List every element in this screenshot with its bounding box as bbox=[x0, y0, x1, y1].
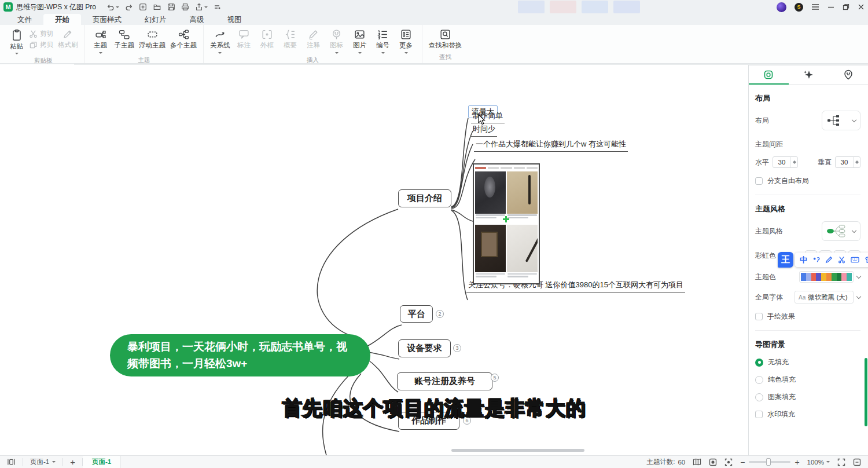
menu-home[interactable]: 开始 bbox=[43, 14, 81, 25]
font-aa-icon: Aa bbox=[799, 294, 806, 301]
branch-intro[interactable]: 项目介绍 bbox=[398, 189, 451, 207]
branch-platform-badge[interactable]: 2 bbox=[436, 310, 444, 318]
image-topic-feed-screenshot[interactable] bbox=[473, 163, 540, 284]
active-page-tab[interactable]: 页面-1 bbox=[83, 456, 121, 468]
topic-button[interactable]: 主题 bbox=[89, 27, 112, 56]
bg-watermark-checkbox-row[interactable]: 水印填充 bbox=[755, 409, 860, 419]
new-page-button[interactable] bbox=[139, 3, 147, 11]
paste-button[interactable]: 粘贴 bbox=[6, 27, 27, 56]
menu-page-style[interactable]: 页面样式 bbox=[81, 14, 133, 25]
copy-button[interactable]: 拷贝 bbox=[29, 41, 53, 49]
numbering-button[interactable]: 编号 bbox=[372, 27, 395, 56]
floating-topic-button[interactable]: 浮动主题 bbox=[137, 27, 168, 50]
sidebar-tab-ai[interactable] bbox=[789, 65, 829, 84]
zoom-level-dropdown[interactable]: 100% bbox=[807, 459, 830, 466]
zoom-in-button[interactable]: + bbox=[795, 458, 799, 467]
open-button[interactable] bbox=[153, 3, 161, 11]
picture-button[interactable]: 图片 bbox=[348, 27, 372, 56]
free-layout-checkbox[interactable] bbox=[755, 177, 763, 185]
close-button[interactable] bbox=[858, 3, 865, 10]
subtopic-time[interactable]: 时间少 bbox=[471, 124, 497, 137]
find-replace-button[interactable]: 查找和替换 bbox=[426, 27, 465, 50]
summary-button[interactable]: 概要 bbox=[279, 27, 302, 50]
save-button[interactable] bbox=[167, 3, 175, 11]
global-font-dropdown[interactable]: Aa 微软雅黑 (大) bbox=[795, 291, 854, 304]
minimize-icon bbox=[827, 3, 834, 10]
subtopic-hit[interactable]: 一个作品大爆都能让你赚到几个w 有这可能性 bbox=[474, 139, 628, 152]
share-button[interactable] bbox=[195, 3, 208, 11]
bg-none-radio[interactable] bbox=[755, 359, 763, 367]
icon-button[interactable]: 图标 bbox=[325, 27, 348, 56]
feed-post-thumbnail bbox=[475, 171, 506, 224]
branch-platform[interactable]: 平台 bbox=[400, 305, 433, 323]
zoom-slider-thumb[interactable] bbox=[766, 458, 771, 466]
vertical-spacing-stepper[interactable]: 30 bbox=[835, 156, 860, 168]
vip-badge-icon[interactable]: S bbox=[795, 3, 803, 12]
print-button[interactable] bbox=[181, 3, 189, 11]
undo-button[interactable] bbox=[106, 3, 119, 11]
app-menu-button[interactable] bbox=[811, 3, 819, 10]
sidebar-scrollbar[interactable] bbox=[865, 358, 867, 426]
bg-watermark-checkbox[interactable] bbox=[755, 411, 763, 418]
layout-dropdown[interactable] bbox=[822, 111, 860, 130]
zoom-slider[interactable]: − + bbox=[740, 458, 799, 467]
callout-icon bbox=[238, 28, 250, 41]
hand-drawn-checkbox[interactable] bbox=[755, 313, 763, 320]
branch-account-badge[interactable]: 5 bbox=[491, 374, 499, 382]
callout-button[interactable]: 标注 bbox=[233, 27, 256, 50]
menu-view[interactable]: 视图 bbox=[216, 14, 253, 25]
bg-solid-radio[interactable] bbox=[755, 376, 763, 384]
ime-mode-chinese[interactable]: 中 bbox=[800, 255, 807, 265]
bg-none-radio-row[interactable]: 无填充 bbox=[755, 357, 860, 367]
menu-file[interactable]: 文件 bbox=[6, 14, 43, 25]
redo-button[interactable] bbox=[125, 3, 133, 11]
customize-qat-button[interactable] bbox=[214, 3, 220, 10]
bg-pattern-radio-row[interactable]: 图案填充 bbox=[755, 392, 860, 402]
central-topic[interactable]: 暴利项目，一天花俩小时，玩励志书单号，视频带图书，一月轻松3w+ bbox=[110, 334, 370, 376]
fullscreen-icon[interactable] bbox=[837, 458, 845, 466]
theme-style-dropdown[interactable] bbox=[822, 221, 860, 241]
ime-toolbar[interactable]: 王 中 bbox=[778, 252, 868, 268]
collapse-statusbar-icon[interactable] bbox=[853, 458, 861, 466]
fit-selection-icon[interactable] bbox=[724, 458, 733, 466]
more-button[interactable]: 更多 bbox=[395, 27, 418, 56]
bg-pattern-radio[interactable] bbox=[755, 393, 763, 401]
branch-device-badge[interactable]: 3 bbox=[453, 344, 461, 352]
add-page-button[interactable]: + bbox=[63, 456, 82, 468]
branch-account[interactable]: 账号注册及养号 bbox=[397, 372, 492, 390]
picture-icon bbox=[354, 28, 366, 41]
frame-icon bbox=[261, 28, 273, 41]
sidebar-tab-icons[interactable] bbox=[828, 65, 868, 84]
branch-device[interactable]: 设备要求 bbox=[398, 339, 451, 357]
bg-solid-radio-row[interactable]: 纯色填充 bbox=[755, 375, 860, 385]
subtopic-button[interactable]: 子主题 bbox=[112, 27, 137, 50]
center-canvas-icon[interactable] bbox=[709, 458, 717, 466]
ime-logo[interactable]: 王 bbox=[778, 252, 793, 268]
relation-line-button[interactable]: 关系线 bbox=[208, 27, 233, 56]
cut-button[interactable]: 剪切 bbox=[29, 30, 53, 38]
sidebar-tab-style[interactable] bbox=[749, 65, 789, 84]
theme-color-dropdown[interactable] bbox=[799, 271, 854, 283]
canvas-horizontal-scrollbar[interactable] bbox=[451, 449, 584, 452]
zoom-out-button[interactable]: − bbox=[740, 458, 745, 467]
free-layout-checkbox-row[interactable]: 分支自由布局 bbox=[755, 176, 860, 186]
multi-topic-button[interactable]: 多个主题 bbox=[168, 27, 199, 50]
page-overview-button[interactable] bbox=[0, 456, 23, 468]
horizontal-spacing-stepper[interactable]: 30 bbox=[773, 156, 798, 168]
ribbon-group-insert: 关系线 标注 外框 概要 注释 图标 bbox=[204, 25, 422, 63]
minimize-button[interactable] bbox=[827, 3, 834, 10]
customize-icon bbox=[214, 3, 220, 10]
subtopic-simple[interactable]: 制作简单 bbox=[471, 111, 505, 123]
mindmap-canvas[interactable]: 暴利项目，一天花俩小时，玩励志书单号，视频带图书，一月轻松3w+ 项目介绍 平台… bbox=[0, 65, 748, 455]
restore-button[interactable] bbox=[843, 3, 849, 10]
comment-button[interactable]: 注释 bbox=[302, 27, 325, 50]
user-avatar[interactable] bbox=[777, 2, 786, 12]
menu-advanced[interactable]: 高级 bbox=[178, 14, 216, 25]
titlebar-decor bbox=[518, 1, 640, 13]
page-selector-dropdown[interactable]: 页面-1 bbox=[23, 456, 62, 468]
frame-button[interactable]: 外框 bbox=[256, 27, 279, 50]
map-view-icon[interactable] bbox=[693, 458, 701, 466]
menu-slides[interactable]: 幻灯片 bbox=[133, 14, 178, 25]
hand-drawn-checkbox-row[interactable]: 手绘效果 bbox=[755, 312, 860, 321]
format-painter-button[interactable]: 格式刷 bbox=[56, 27, 80, 49]
